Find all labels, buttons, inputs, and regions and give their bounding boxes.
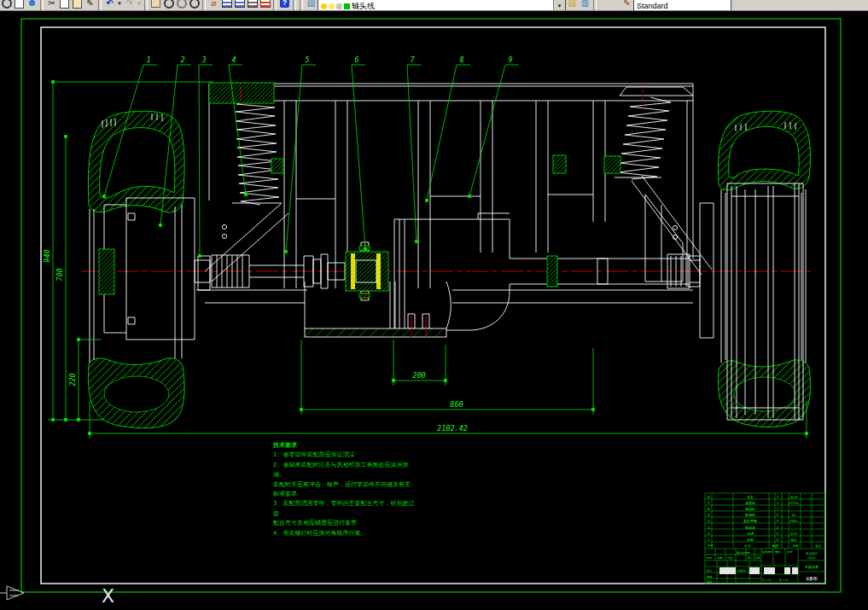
notes-line: 装配时不应有冲击、噪声，运行零部件不得碰及有关: [273, 480, 418, 490]
bom-row-name: 联轴器: [745, 513, 755, 517]
bom-row-name: 减速器: [745, 501, 755, 505]
redo-dropdown-icon[interactable]: ▼: [136, 0, 143, 9]
bom-row-material: 65Mn: [789, 520, 797, 523]
separator: [40, 0, 44, 10]
drawing-canvas[interactable]: 940 700 220 200 860 2102.42 1 2 3 4 5 6 …: [0, 0, 868, 610]
bom-row-name: 车架: [747, 495, 754, 499]
pan-icon[interactable]: [149, 0, 162, 9]
right-tire-top-section: [718, 111, 810, 189]
title-block-label: 重量: [775, 550, 781, 554]
bom-row-qty: 2: [777, 519, 779, 523]
notes-line: 4、安装螺钉时应按对角顺序拧紧。: [273, 529, 418, 538]
find-icon[interactable]: [13, 0, 26, 9]
spell-icon[interactable]: [26, 0, 38, 9]
dim-700: 700: [55, 268, 64, 281]
zoom-realtime-icon[interactable]: [162, 0, 175, 9]
bom-row-material: Q235: [789, 496, 797, 499]
mount-plate: [305, 328, 446, 337]
bom-row-qty: 2: [777, 532, 779, 536]
separator: [593, 0, 597, 10]
title-block-label: 比例: [787, 550, 792, 554]
dim-220: 220: [68, 373, 77, 386]
layer-thaw-sun-icon[interactable]: [329, 3, 335, 9]
style-combo-value: Standard: [637, 2, 668, 10]
bom-header: 材料: [792, 544, 799, 548]
title-block-label: 第 1 张: [779, 578, 788, 582]
title-block-label: 日期: [754, 556, 760, 560]
text-style-pencil-icon[interactable]: ✎: [620, 0, 633, 9]
table-blue-icon[interactable]: [220, 0, 233, 9]
left-spindle: [99, 249, 114, 294]
paste-icon[interactable]: [71, 0, 84, 9]
title-block-label: 审核: [707, 580, 713, 584]
title-block-label: 阶段标记: [762, 550, 774, 554]
leader-9: 9: [508, 55, 512, 64]
leader-8: 8: [459, 55, 463, 64]
separator: [293, 0, 296, 10]
title-block-label: 处数: [717, 556, 723, 560]
leader-3: 3: [201, 55, 206, 64]
redo-icon[interactable]: ↷: [123, 0, 136, 9]
dist-icon[interactable]: ⌀: [207, 0, 220, 9]
notes-line: 2、各轴承装配时注意与其相邻加工表面处应涂润滑油。: [273, 461, 418, 480]
right-coil-spring: [618, 97, 671, 179]
leader-5: 5: [305, 55, 309, 64]
bom-row-qty: 1: [777, 507, 779, 511]
bom-row-material: 45: [792, 514, 795, 517]
notes-line: 1、各零部件装配前应保证清洁: [273, 450, 418, 460]
title-block-label: 签字: [748, 556, 754, 560]
zoom-previous-icon[interactable]: [188, 0, 201, 9]
bom-row-qty: 1: [777, 495, 779, 499]
layer-on-bulb-icon[interactable]: [321, 3, 327, 9]
bom-row-name: 悬架弹簧: [743, 519, 757, 523]
layer-lock-icon[interactable]: [336, 3, 342, 9]
title-block-label: 共 1 张: [762, 578, 771, 582]
separator: [144, 0, 148, 10]
style-combo[interactable]: Standard: [633, 0, 731, 11]
sheet-outer-border: [21, 19, 841, 592]
separator: [98, 0, 102, 10]
leaders: [103, 65, 520, 258]
bom-row-qty: 1: [777, 501, 779, 505]
undo-icon[interactable]: ↶: [103, 0, 116, 9]
leader-7: 7: [410, 55, 415, 64]
dim-860: 860: [450, 400, 463, 409]
bom-row-no: 7: [708, 501, 710, 505]
layer-color-swatch: [344, 3, 350, 9]
bom-row-no: 2: [708, 532, 710, 536]
table-blue2-icon[interactable]: [233, 0, 246, 9]
bom-row-name: 电动机: [745, 507, 755, 511]
zoom-window-icon[interactable]: [175, 0, 188, 9]
make-object-layer-icon[interactable]: ▥: [579, 0, 591, 9]
title-block-project: 毕业设计: [806, 551, 818, 555]
bom-row-name: 轮胎: [747, 537, 754, 542]
preview-icon[interactable]: [0, 0, 13, 9]
title-block-project2: (论文): [808, 556, 816, 560]
separator: [300, 0, 303, 10]
bom-row-no: 5: [708, 513, 710, 517]
suspension-springs: [232, 87, 693, 205]
match-properties-icon[interactable]: ✎: [84, 0, 96, 9]
title-block-label: 标准化: [737, 569, 746, 572]
table-red-icon[interactable]: [259, 0, 271, 9]
layer-combo[interactable]: 轴头线 ▼: [317, 0, 566, 11]
layers-icon[interactable]: ▤: [305, 0, 317, 9]
title-block-label: 分区: [727, 556, 733, 560]
layer-combo-arrow-icon[interactable]: ▼: [553, 0, 565, 11]
layer-previous-icon[interactable]: ▤: [566, 0, 579, 9]
bom-row-material: Q235: [789, 532, 797, 536]
cut-icon[interactable]: ✂: [45, 0, 58, 9]
left-coil-spring: [236, 99, 279, 205]
bom-row-name: 轮辋: [747, 532, 754, 536]
undo-dropdown-icon[interactable]: ▼: [116, 0, 123, 9]
copy-icon[interactable]: [58, 0, 71, 9]
bom-row-no: 1: [708, 537, 710, 542]
bom-row-name: 制动器: [745, 526, 755, 531]
title-block-label: 标记: [706, 556, 713, 560]
bom-header: 备注: [815, 544, 821, 548]
bom-row-qty: 2: [777, 513, 779, 517]
leader-1: 1: [146, 55, 150, 64]
bom-row-material: 橡胶: [791, 537, 797, 542]
table-gray-icon[interactable]: [246, 0, 259, 9]
help-icon[interactable]: ?: [278, 0, 291, 9]
